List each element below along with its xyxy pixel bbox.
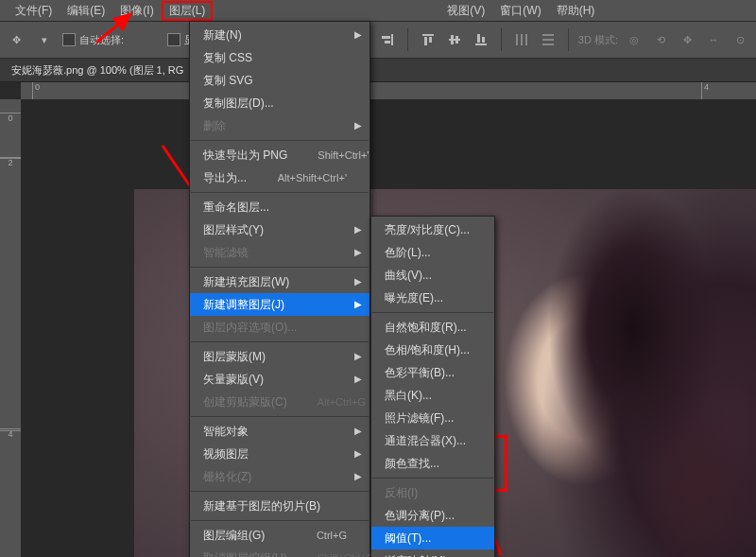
menu-new-adjustment-layer[interactable]: 新建调整图层(J)▶: [190, 293, 369, 316]
document-tab[interactable]: 安妮海瑟薇.png @ 100% (图层 1, RG ×: [0, 59, 756, 82]
distribute-v-icon[interactable]: [538, 29, 558, 50]
menu-copy-svg[interactable]: 复制 SVG: [190, 69, 369, 92]
menu-new[interactable]: 新建(N)▶: [190, 24, 369, 46]
adj-vibrance[interactable]: 自然饱和度(R)...: [371, 316, 494, 339]
submenu-arrow-icon: ▶: [354, 26, 362, 44]
menu-copy-css[interactable]: 复制 CSS: [190, 46, 369, 69]
adj-photo-filter[interactable]: 照片滤镜(F)...: [371, 407, 494, 429]
submenu-arrow-icon: ▶: [354, 445, 362, 462]
adj-hue-saturation[interactable]: 色相/饱和度(H)...: [371, 339, 494, 361]
menu-vector-mask[interactable]: 矢量蒙版(V)▶: [190, 368, 369, 391]
submenu-arrow-icon: ▶: [354, 244, 362, 261]
menu-file[interactable]: 文件(F): [8, 1, 60, 21]
align-right-icon[interactable]: [377, 29, 398, 50]
align-top-icon[interactable]: [418, 29, 438, 50]
menu-quick-export-png[interactable]: 快速导出为 PNGShift+Ctrl+': [190, 144, 369, 166]
submenu-arrow-icon: ▶: [354, 348, 362, 365]
menu-ungroup: 取消图层编组(U)Shift+Ctrl+G: [190, 547, 369, 557]
menu-smart-object[interactable]: 智能对象▶: [190, 420, 369, 443]
ruler-horizontal: 0 4: [21, 82, 756, 100]
adjustment-submenu: 亮度/对比度(C)... 色阶(L)... 曲线(V)... 曝光度(E)...…: [370, 216, 495, 557]
menu-image[interactable]: 图像(I): [112, 1, 161, 21]
menu-rename-layer[interactable]: 重命名图层...: [190, 196, 369, 218]
adj-brightness[interactable]: 亮度/对比度(C)...: [371, 218, 494, 241]
adj-curves[interactable]: 曲线(V)...: [371, 264, 494, 287]
menu-slice-from-layer[interactable]: 新建基于图层的切片(B): [190, 495, 369, 517]
menu-export-as[interactable]: 导出为...Alt+Shift+Ctrl+': [190, 166, 369, 189]
distribute-h-icon[interactable]: [511, 29, 532, 50]
ruler-h-tick: 4: [701, 82, 709, 99]
menu-window[interactable]: 窗口(W): [492, 1, 548, 21]
adj-channel-mixer[interactable]: 通道混合器(X)...: [371, 429, 494, 452]
adj-color-lookup[interactable]: 颜色查找...: [371, 452, 494, 475]
adj-threshold[interactable]: 阈值(T)...: [371, 527, 494, 549]
ruler-v-tick: 2: [0, 157, 21, 167]
align-middle-icon[interactable]: [444, 29, 465, 50]
auto-select-label: 自动选择:: [79, 33, 124, 47]
ruler-vertical: 0 2 4: [0, 99, 22, 557]
submenu-arrow-icon: ▶: [354, 423, 362, 440]
auto-select-checkbox[interactable]: 自动选择:: [62, 33, 124, 47]
submenu-arrow-icon: ▶: [354, 468, 362, 485]
adj-levels[interactable]: 色阶(L)...: [371, 241, 494, 264]
slide-3d-icon[interactable]: ↔: [703, 29, 724, 50]
adj-exposure[interactable]: 曝光度(E)...: [371, 287, 494, 309]
menu-new-fill-layer[interactable]: 新建填充图层(W)▶: [190, 270, 369, 293]
ruler-v-tick: 4: [0, 428, 21, 439]
options-bar: ✥ ▾ 自动选择: 显 3D 模式: ◎ ⟲ ✥ ↔ ⊙: [0, 22, 756, 59]
menu-edit[interactable]: 编辑(E): [60, 1, 112, 21]
orbit-3d-icon[interactable]: ◎: [624, 29, 644, 50]
adj-color-balance[interactable]: 色彩平衡(B)...: [371, 361, 494, 384]
submenu-arrow-icon: ▶: [354, 371, 362, 388]
menu-layer[interactable]: 图层(L): [162, 1, 214, 21]
menu-group-layers[interactable]: 图层编组(G)Ctrl+G: [190, 524, 369, 547]
move-tool-icon[interactable]: ✥: [6, 29, 26, 50]
menu-layer-content-options: 图层内容选项(O)...: [190, 316, 369, 339]
roll-3d-icon[interactable]: ⟲: [650, 29, 671, 50]
menu-delete: 删除▶: [190, 114, 369, 137]
adj-posterize[interactable]: 色调分离(P)...: [371, 504, 494, 527]
tool-preset-dropdown-icon[interactable]: ▾: [34, 29, 55, 50]
menu-clipping-mask: 创建剪贴蒙版(C)Alt+Ctrl+G: [190, 391, 369, 413]
submenu-arrow-icon: ▶: [354, 273, 362, 290]
menu-video-layers[interactable]: 视频图层▶: [190, 443, 369, 465]
menu-help[interactable]: 帮助(H): [549, 1, 603, 21]
submenu-arrow-icon: ▶: [354, 221, 362, 238]
adj-gradient-map[interactable]: 渐变映射(M)...: [371, 549, 494, 557]
mode-3d-label: 3D 模式:: [578, 33, 618, 47]
layer-dropdown-menu: 新建(N)▶ 复制 CSS 复制 SVG 复制图层(D)... 删除▶ 快速导出…: [189, 21, 370, 557]
document-title: 安妮海瑟薇.png @ 100% (图层 1, RG: [11, 63, 183, 78]
menu-smart-filter: 智能滤镜▶: [190, 241, 369, 264]
menu-bar: 文件(F) 编辑(E) 图像(I) 图层(L) 视图(V) 窗口(W) 帮助(H…: [0, 0, 756, 22]
align-bottom-icon[interactable]: [471, 29, 491, 50]
ruler-v-tick: 0: [0, 113, 21, 123]
menu-rasterize: 栅格化(Z)▶: [190, 465, 369, 488]
menu-view[interactable]: 视图(V): [439, 1, 492, 21]
zoom-3d-icon[interactable]: ⊙: [730, 29, 750, 50]
ruler-h-tick: 0: [32, 82, 40, 99]
submenu-arrow-icon: ▶: [354, 117, 362, 134]
pan-3d-icon[interactable]: ✥: [677, 29, 697, 50]
menu-layer-style[interactable]: 图层样式(Y)▶: [190, 218, 369, 241]
submenu-arrow-icon: ▶: [354, 296, 362, 313]
adj-black-white[interactable]: 黑白(K)...: [371, 384, 494, 407]
menu-duplicate-layer[interactable]: 复制图层(D)...: [190, 92, 369, 114]
adj-invert: 反相(I): [371, 481, 494, 504]
menu-layer-mask[interactable]: 图层蒙版(M)▶: [190, 345, 369, 368]
